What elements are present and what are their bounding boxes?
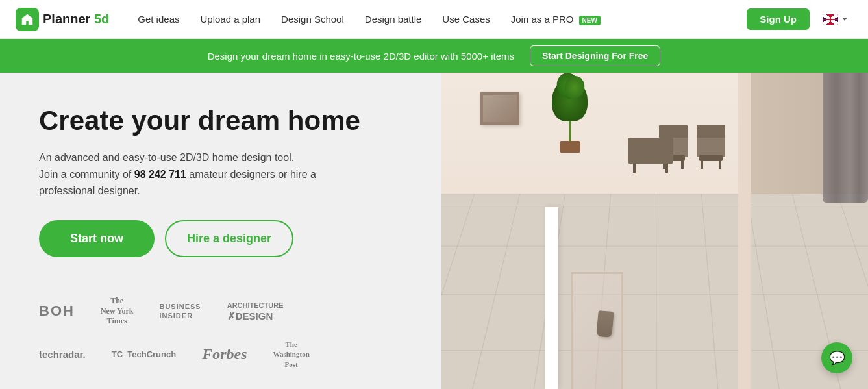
hero-title: Create your dream home bbox=[39, 105, 403, 136]
forbes-logo: Forbes bbox=[202, 345, 247, 363]
nav-item-get-ideas[interactable]: Get ideas bbox=[130, 10, 187, 29]
nyt-logo: TheNew YorkTimes bbox=[101, 296, 134, 327]
navbar: Planner 5d Get ideas Upload a plan Desig… bbox=[0, 0, 868, 39]
business-insider-logo: BUSINESSINSIDER bbox=[159, 302, 201, 321]
side-table bbox=[628, 138, 673, 164]
hero-section: Create your dream home An advanced and e… bbox=[0, 73, 868, 389]
banner-text: Design your dream home in easy-to-use 2D… bbox=[208, 51, 514, 62]
room-3d-render bbox=[441, 73, 868, 389]
chat-button[interactable]: 💬 bbox=[821, 342, 852, 373]
hero-room-visual bbox=[441, 73, 868, 389]
nav-item-design-battle[interactable]: Design battle bbox=[357, 10, 430, 29]
community-count: 98 242 711 bbox=[134, 169, 186, 180]
boh-logo: BOH bbox=[39, 303, 75, 320]
press-row-2: techradar. TC TechCrunch Forbes TheWashi… bbox=[39, 340, 403, 370]
nav-item-join-pro[interactable]: Join as a PRO NEW bbox=[503, 10, 608, 29]
language-selector[interactable] bbox=[817, 12, 852, 27]
start-designing-button[interactable]: Start Designing For Free bbox=[530, 45, 660, 66]
techcrunch-logo: TC TechCrunch bbox=[112, 349, 176, 359]
uk-flag-icon bbox=[823, 14, 838, 25]
press-row-1: BOH TheNew YorkTimes BUSINESSINSIDER ARC… bbox=[39, 296, 403, 327]
lang-chevron-icon bbox=[842, 18, 847, 21]
pro-new-badge: NEW bbox=[579, 16, 601, 25]
logo[interactable]: Planner 5d bbox=[16, 8, 109, 31]
start-now-button[interactable]: Start now bbox=[39, 220, 155, 257]
wall-art bbox=[480, 92, 519, 125]
nav-links: Get ideas Upload a plan Design School De… bbox=[130, 10, 747, 29]
curtain bbox=[823, 73, 868, 203]
chat-icon: 💬 bbox=[829, 350, 845, 366]
promo-banner: Design your dream home in easy-to-use 2D… bbox=[0, 39, 868, 73]
plant bbox=[552, 79, 588, 153]
nav-item-design-school[interactable]: Design School bbox=[273, 10, 352, 29]
hero-subtitle: An advanced and easy-to-use 2D/3D home d… bbox=[39, 149, 338, 199]
hero-buttons: Start now Hire a designer bbox=[39, 220, 403, 257]
logo-text: Planner 5d bbox=[43, 12, 109, 27]
nav-item-upload-plan[interactable]: Upload a plan bbox=[192, 10, 268, 29]
press-logos: BOH TheNew YorkTimes BUSINESSINSIDER ARC… bbox=[39, 296, 403, 370]
signup-button[interactable]: Sign Up bbox=[747, 8, 810, 30]
techradar-logo: techradar. bbox=[39, 349, 86, 360]
hire-designer-button[interactable]: Hire a designer bbox=[165, 220, 293, 257]
hero-content: Create your dream home An advanced and e… bbox=[0, 73, 441, 389]
nav-item-use-cases[interactable]: Use Cases bbox=[434, 10, 497, 29]
wapo-logo: TheWashingtonPost bbox=[273, 340, 310, 370]
arch-design-logo: ARCHITECTURE✗DESIGN bbox=[227, 301, 284, 323]
nav-right: Sign Up bbox=[747, 8, 852, 30]
logo-icon bbox=[16, 8, 39, 31]
coat-hook bbox=[597, 311, 613, 337]
